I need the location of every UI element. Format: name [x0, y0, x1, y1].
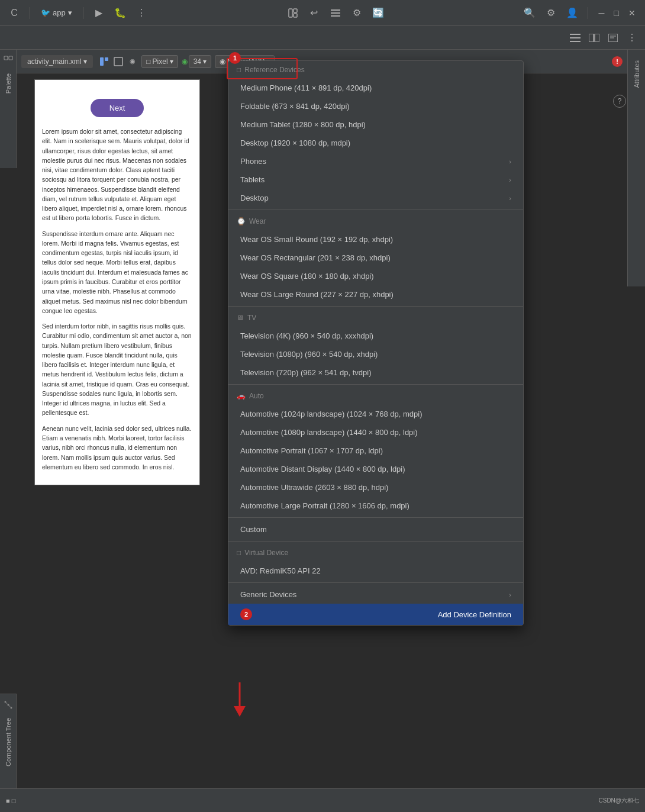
wear-icon: ⌚	[237, 217, 246, 225]
minimize-btn[interactable]: ─	[595, 7, 608, 19]
api-dropdown-chevron: ▾	[203, 57, 207, 66]
sep2	[83, 7, 83, 19]
device-avd[interactable]: AVD: RedmiK50 API 22	[228, 562, 523, 580]
device-wear-large[interactable]: Wear OS Large Round (227 × 227 dp, xhdpi…	[228, 285, 523, 304]
device-auto-distant[interactable]: Automotive Distant Display (1440 × 800 d…	[228, 460, 523, 478]
loop-icon[interactable]: 🔄	[370, 5, 386, 21]
hamburger-icon[interactable]	[567, 30, 583, 46]
divider-4	[228, 517, 523, 518]
device-tablets[interactable]: Tablets ›	[228, 170, 523, 189]
extra-icon[interactable]: ◉	[127, 56, 138, 66]
device-label: Pixel	[153, 57, 168, 66]
device-medium-phone[interactable]: Medium Phone (411 × 891 dp, 420dpi)	[228, 79, 523, 97]
svg-line-19	[5, 702, 8, 705]
preview-content: Next Lorem ipsum dolor sit amet, consect…	[35, 80, 199, 485]
divider-3	[228, 384, 523, 385]
svg-rect-5	[331, 15, 340, 17]
device-auto-portrait[interactable]: Automotive Portrait (1067 × 1707 dp, ldp…	[228, 442, 523, 460]
device-generic[interactable]: Generic Devices ›	[228, 585, 523, 604]
undo-icon[interactable]: ↩	[306, 5, 322, 21]
badge-2: 2	[240, 608, 252, 620]
device-medium-tablet[interactable]: Medium Tablet (1280 × 800 dp, hdpi)	[228, 115, 523, 134]
reference-devices-header: □ Reference Devices	[228, 61, 523, 79]
layout-icon[interactable]	[285, 5, 301, 21]
help-button[interactable]: ?	[613, 95, 626, 108]
generic-arrow: ›	[509, 591, 511, 598]
lorem-para-1: Lorem ipsum dolor sit amet, consectetur …	[42, 127, 192, 223]
csdn-icon2: □	[12, 797, 16, 804]
device-foldable[interactable]: Foldable (673 × 841 dp, 420dpi)	[228, 97, 523, 115]
svg-rect-22	[105, 57, 108, 61]
more2-icon[interactable]: ⋮	[624, 30, 640, 46]
device-auto-1080[interactable]: Automotive (1080p landscape) (1440 × 800…	[228, 423, 523, 442]
device-auto-1024[interactable]: Automotive (1024p landscape) (1024 × 768…	[228, 405, 523, 423]
device-desktop2[interactable]: Desktop ›	[228, 189, 523, 207]
palette-icon	[0, 52, 17, 69]
sep3	[588, 7, 588, 19]
gear-icon[interactable]: ⚙	[543, 5, 559, 21]
run-icon[interactable]: ▶	[91, 5, 107, 21]
app-icon: 🐦	[41, 8, 50, 17]
divider-6	[228, 582, 523, 583]
maximize-btn[interactable]: □	[611, 7, 623, 19]
debug-icon[interactable]: 🐛	[112, 5, 128, 21]
component-tree-label[interactable]: Component Tree	[5, 718, 12, 766]
svg-rect-14	[4, 56, 8, 60]
preview-canvas: Next Lorem ipsum dolor sit amet, consect…	[34, 79, 200, 485]
device-tv-720p[interactable]: Television (720p) (962 × 541 dp, tvdpi)	[228, 363, 523, 382]
tv-icon: 🖥	[237, 314, 244, 322]
auto-label: Auto	[249, 392, 264, 400]
device-desktop[interactable]: Desktop (1920 × 1080 dp, mdpi)	[228, 134, 523, 152]
device-wear-small[interactable]: Wear OS Small Round (192 × 192 dp, xhdpi…	[228, 230, 523, 249]
search-icon[interactable]: 🔍	[521, 5, 538, 21]
virtual-device-header: □ Virtual Device	[228, 544, 523, 562]
app-label: app	[53, 8, 66, 17]
more-icon[interactable]: ⋮	[133, 5, 150, 21]
code-view-icon[interactable]	[605, 30, 621, 46]
device-custom[interactable]: Custom	[228, 520, 523, 539]
attributes-panel: Attributes	[627, 50, 645, 286]
divider-5	[228, 541, 523, 542]
attributes-label[interactable]: Attributes	[633, 60, 640, 88]
device-wear-rect[interactable]: Wear OS Rectangular (201 × 238 dp, xhdpi…	[228, 249, 523, 267]
file-tab-dropdown[interactable]: ▾	[83, 57, 87, 66]
device-selector[interactable]: □ Pixel ▾	[141, 55, 178, 68]
ref-device-icon: □	[237, 66, 241, 74]
c-menu-icon[interactable]: C	[6, 5, 22, 21]
app-selector[interactable]: 🐦 app ▾	[37, 7, 76, 18]
lorem-para-3: Sed interdum tortor nibh, in sagittis ri…	[42, 321, 192, 418]
api-selector[interactable]: 34 ▾	[189, 55, 211, 68]
add-device-definition[interactable]: 2 Add Device Definition	[228, 604, 523, 625]
palette-label[interactable]: Palette	[5, 73, 12, 94]
device-dropdown-chevron: ▾	[170, 57, 173, 66]
file-tab-main[interactable]: activity_main.xml ▾	[21, 55, 93, 68]
device-auto-ultrawide[interactable]: Automotive Ultrawide (2603 × 880 dp, hdp…	[228, 478, 523, 497]
api-label: 34	[194, 57, 201, 66]
svg-rect-1	[294, 9, 297, 12]
split-view-icon[interactable]	[586, 30, 602, 46]
user-icon[interactable]: 👤	[564, 5, 580, 21]
close-btn[interactable]: ✕	[625, 7, 639, 19]
tablets-arrow: ›	[509, 176, 511, 183]
svg-rect-4	[331, 12, 340, 14]
list2-icon[interactable]	[327, 5, 344, 21]
device-auto-large-portrait[interactable]: Automotive Large Portrait (1280 × 1606 d…	[228, 497, 523, 515]
next-button[interactable]: Next	[91, 99, 144, 117]
device-phones[interactable]: Phones ›	[228, 152, 523, 170]
tv-label: TV	[247, 314, 256, 322]
device-tv-4k[interactable]: Television (4K) (960 × 540 dp, xxxhdpi)	[228, 327, 523, 345]
design-icon[interactable]	[99, 56, 109, 67]
palette-panel: Palette	[0, 50, 17, 168]
svg-rect-0	[289, 9, 292, 17]
divider-2	[228, 306, 523, 307]
csdn-icon: ■	[6, 797, 10, 804]
blueprint-icon[interactable]	[113, 56, 124, 67]
auto-icon: 🚗	[237, 392, 246, 400]
lorem-para-4: Aenean nunc velit, lacinia sed dolor sed…	[42, 424, 192, 472]
device-wear-square[interactable]: Wear OS Square (180 × 180 dp, xhdpi)	[228, 267, 523, 285]
svg-rect-10	[595, 34, 599, 42]
settings2-icon[interactable]: ⚙	[349, 5, 365, 21]
svg-line-20	[8, 705, 11, 708]
device-tv-1080p[interactable]: Television (1080p) (960 × 540 dp, xhdpi)	[228, 345, 523, 363]
desktop-arrow: ›	[509, 195, 511, 202]
